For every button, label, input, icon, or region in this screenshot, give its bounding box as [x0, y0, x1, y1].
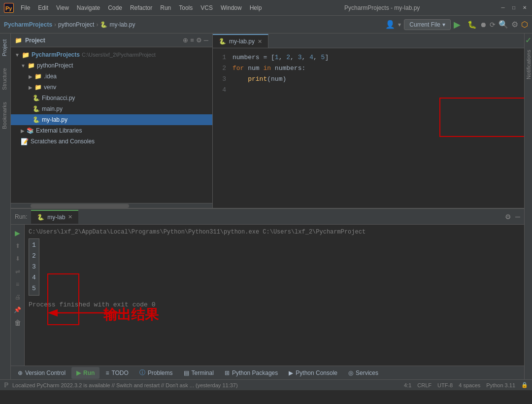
run-print-icon[interactable]: 🖨 [12, 292, 23, 303]
help-button[interactable]: ⬡ [521, 20, 528, 29]
sidebar-structure-label[interactable]: Structure [0, 62, 10, 96]
toolbar-actions: 👤 ▾ Current File ▾ ▶ 🐛 ⏺ ⟳ 🔍 ⚙ ⬡ [385, 19, 528, 30]
tree-scratches[interactable]: 📝 Scratches and Consoles [11, 136, 212, 147]
menu-tools[interactable]: Tools [176, 3, 196, 12]
menu-file[interactable]: File [18, 3, 33, 12]
user-dropdown-icon[interactable]: ▾ [398, 21, 401, 28]
run-command-line: C:\Users\lxf_2\AppData\Local\Programs\Py… [29, 227, 520, 237]
encoding[interactable]: UTF-8 [437, 382, 453, 388]
tab-terminal[interactable]: ▤ Terminal [179, 367, 219, 379]
breadcrumb: PycharmProjects › pythonProject › 🐍 my-l… [4, 21, 382, 28]
run-tab-my-lab[interactable]: 🐍 my-lab ✕ [31, 210, 78, 224]
current-file-dropdown-icon: ▾ [442, 21, 445, 28]
title-bar: Py File Edit View Navigate Code Refactor… [0, 0, 532, 16]
menu-vcs[interactable]: VCS [198, 3, 216, 12]
menu-view[interactable]: View [53, 3, 72, 12]
close-button[interactable]: ✕ [521, 4, 528, 11]
exit-message: Process finished with exit code 0 [29, 300, 520, 310]
sidebar-bookmarks-label[interactable]: Bookmarks [0, 96, 10, 135]
tree-idea[interactable]: ▶ 📁 .idea [11, 71, 212, 82]
tab-services[interactable]: ◎ Services [343, 367, 383, 379]
menu-code[interactable]: Code [105, 3, 125, 12]
menu-help[interactable]: Help [247, 3, 265, 12]
run-minimize-icon[interactable]: ─ [515, 213, 520, 221]
line-numbers: 1 2 3 4 [213, 52, 230, 96]
window-title: PycharmProjects - my-lab.py [344, 4, 420, 11]
breadcrumb-file-icon: 🐍 [100, 21, 107, 28]
left-sidebar: Project Structure Bookmarks [0, 34, 11, 379]
tab-services-label: Services [356, 370, 378, 376]
project-scrollbar[interactable] [11, 203, 212, 208]
pycharm-icon: ℙ [4, 381, 8, 389]
menu-bar[interactable]: File Edit View Navigate Code Refactor Ru… [18, 3, 265, 12]
code-editor[interactable]: numbers = [1, 2, 3, 4, 5] for num in num… [233, 52, 524, 96]
menu-navigate[interactable]: Navigate [74, 3, 103, 12]
tree-venv[interactable]: ▶ 📁 venv [11, 82, 212, 93]
editor-tab-label: my-lab.py [229, 38, 255, 45]
menu-edit[interactable]: Edit [35, 3, 51, 12]
minimize-button[interactable]: ─ [499, 4, 506, 11]
tree-fibonacci[interactable]: 🐍 Fibonacci.py [11, 93, 212, 103]
tab-version-control[interactable]: ⊕ Version Control [13, 367, 70, 379]
tab-todo-label: TODO [111, 370, 128, 376]
user-icon[interactable]: 👤 [385, 20, 395, 29]
status-bar: ℙ Localized PyCharm 2022.3.2 is availabl… [0, 379, 532, 390]
current-file-button[interactable]: Current File ▾ [404, 19, 451, 30]
coverage-button[interactable]: ⏺ [480, 21, 487, 29]
new-file-icon[interactable]: ⊕ [183, 36, 188, 44]
menu-run[interactable]: Run [157, 3, 174, 12]
line-num-3: 3 [213, 74, 226, 85]
collapse-all-icon[interactable]: ≡ [190, 36, 194, 44]
run-tab-close[interactable]: ✕ [68, 214, 72, 220]
breadcrumb-project[interactable]: pythonProject [58, 21, 94, 28]
menu-window[interactable]: Window [218, 3, 245, 12]
hide-icon[interactable]: ─ [204, 36, 208, 44]
search-button[interactable]: 🔍 [499, 20, 508, 29]
tree-python-project[interactable]: ▼ 📁 pythonProject [11, 60, 212, 71]
tab-problems[interactable]: ⓘ Problems [134, 367, 178, 379]
editor-content[interactable]: 1 2 3 4 numbers = [1, 2, 3, 4, 5] for nu… [213, 48, 524, 208]
run-tab-label: my-lab [47, 214, 65, 221]
sidebar-project-label[interactable]: Project [0, 34, 10, 62]
run-pin-icon[interactable]: 📌 [12, 304, 23, 315]
run-filter-icon[interactable]: ≡ [12, 279, 23, 290]
editor-tab-close[interactable]: ✕ [258, 38, 262, 45]
run-play-icon[interactable]: ▶ [12, 228, 23, 238]
debug-button[interactable]: 🐛 [467, 20, 477, 29]
menu-refactor[interactable]: Refactor [127, 3, 155, 12]
run-delete-icon[interactable]: 🗑 [12, 317, 23, 328]
tab-todo[interactable]: ≡ TODO [100, 367, 133, 379]
breadcrumb-file[interactable]: my-lab.py [109, 21, 135, 28]
run-label: Run: [15, 213, 27, 220]
scrollbar-thumb[interactable] [31, 204, 129, 208]
settings-button[interactable]: ⚙ [511, 20, 518, 29]
profile-button[interactable]: ⟳ [490, 21, 496, 29]
maximize-button[interactable]: □ [510, 4, 517, 11]
tree-root[interactable]: ▼ 📁 PycharmProjects C:\Users\lxf_2\Pycha… [11, 49, 212, 60]
notifications-label[interactable]: Notifications [525, 47, 532, 82]
settings-icon[interactable]: ⚙ [196, 36, 202, 44]
tree-my-lab-py[interactable]: 🐍 my-lab.py [11, 114, 212, 125]
run-settings-icon[interactable]: ⚙ [505, 213, 511, 221]
tab-python-console[interactable]: ▶ Python Console [284, 367, 342, 379]
run-scroll-down-icon[interactable]: ⬇ [12, 253, 23, 264]
line-separator[interactable]: CRLF [417, 382, 432, 388]
tree-external-libs[interactable]: ▶ 📚 External Libraries [11, 125, 212, 136]
tab-run[interactable]: ▶ Run [71, 367, 100, 379]
editor-tabs: 🐍 my-lab.py ✕ [213, 34, 524, 48]
output-num-5: 5 [32, 283, 36, 294]
python-version[interactable]: Python 3.11 [486, 382, 515, 388]
window-controls[interactable]: ─ □ ✕ [499, 4, 528, 11]
breadcrumb-root[interactable]: PycharmProjects [4, 21, 52, 28]
run-wrap-icon[interactable]: ⇌ [12, 266, 23, 277]
line-num-1: 1 [213, 52, 226, 63]
run-scroll-up-icon[interactable]: ⬆ [12, 240, 23, 251]
tab-python-packages[interactable]: ⊞ Python Packages [220, 367, 283, 379]
output-numbers-box: 1 2 3 4 5 [29, 238, 39, 296]
indent-setting[interactable]: 4 spaces [459, 382, 480, 388]
cursor-position[interactable]: 4:1 [404, 382, 411, 388]
run-button[interactable]: ▶ [454, 19, 465, 30]
editor-tab-my-lab[interactable]: 🐍 my-lab.py ✕ [213, 34, 268, 48]
tree-main-py[interactable]: 🐍 main.py [11, 103, 212, 114]
run-tab-icon: ▶ [76, 370, 81, 376]
